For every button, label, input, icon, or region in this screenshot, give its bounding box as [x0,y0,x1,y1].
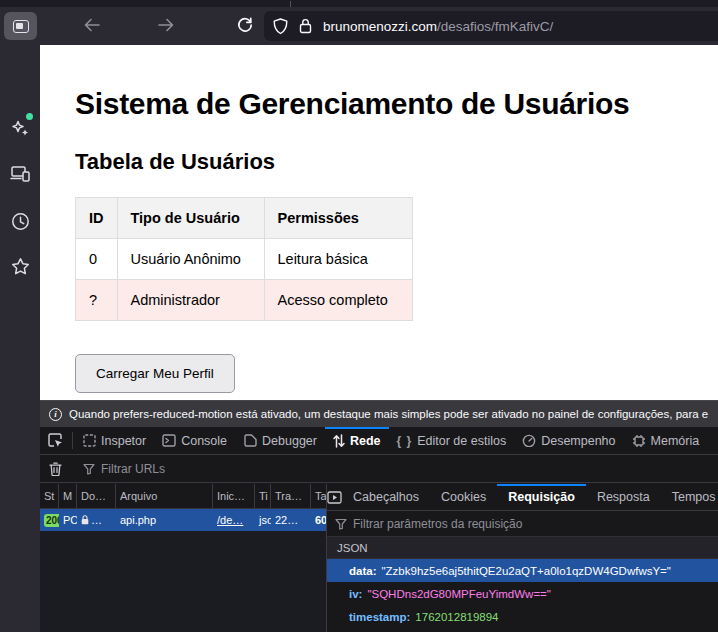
lock-icon [81,515,89,525]
resend-request-button[interactable] [327,484,342,510]
back-arrow-icon [84,18,100,32]
shield-icon[interactable] [273,18,288,35]
history-button[interactable] [0,204,40,238]
load-profile-button[interactable]: Carregar Meu Perfil [75,354,235,393]
request-initiator-link[interactable]: /de… [213,509,255,531]
params-filter-bar: Filtrar parâmetros da requisição [327,511,718,537]
param-key: iv: [349,588,362,600]
ai-chatbot-button[interactable] [0,111,40,145]
back-button[interactable] [78,11,106,39]
param-value: 1762012819894 [415,611,498,623]
param-value: "SQHDns2dG80MPFeuYimdWw==" [367,588,551,600]
tab-performance[interactable]: Desempenho [514,427,623,454]
param-key: data: [349,565,376,577]
users-table: ID Tipo de Usuário Permissões 0 Usuário … [75,197,413,321]
devtools-toolbar: Inspetor Console Debugger Rede { } Edito… [40,427,718,455]
request-row-selected[interactable]: 200 POST … api.php /de… json 22… 60 [40,509,326,531]
param-value: "Zzbk9hz5e6aj5thitQE2u2aQT+a0lo1qzDW4GDw… [381,565,670,577]
json-section-header[interactable]: JSON [327,537,718,559]
param-row-data[interactable]: data: "Zzbk9hz5e6aj5thitQE2u2aQT+a0lo1qz… [327,559,718,582]
tab-timings[interactable]: Tempos [661,484,718,510]
play-box-icon [327,491,342,504]
sparkle-icon [11,119,30,138]
cell-permissions: Acesso completo [264,280,412,321]
element-picker-button[interactable] [40,427,70,454]
tab-label: Rede [350,434,381,448]
request-transferred-cell: 22… [271,509,311,531]
column-method[interactable]: M [59,484,77,508]
request-list-panel: St M Do… Arquivo Inic… Ti Tra… Ta 200 PO… [40,484,327,632]
column-initiator[interactable]: Inic… [213,484,255,508]
network-body: St M Do… Arquivo Inic… Ti Tra… Ta 200 PO… [40,484,718,632]
tab-request[interactable]: Requisição [497,484,586,510]
page-title: Sistema de Gerenciamento de Usuários [75,87,718,121]
param-row-iv[interactable]: iv: "SQHDns2dG80MPFeuYimdWw==" [327,582,718,605]
bookmarks-button[interactable] [0,249,40,283]
element-picker-icon [48,433,63,448]
sidebar-icon [13,20,29,33]
column-file[interactable]: Arquivo [116,484,213,508]
network-filter-bar: Filtrar URLs [40,455,718,483]
request-file-cell: api.php [116,509,213,531]
filter-funnel-icon [335,518,347,530]
url-domain: brunomenozzi.com [323,19,437,34]
tab-response[interactable]: Resposta [586,484,661,510]
cell-permissions: Leitura básica [264,239,412,280]
synced-tabs-button[interactable] [0,157,40,191]
tab-label: Memória [651,434,700,448]
tab-label: Requisição [508,490,575,504]
param-row-timestamp[interactable]: timestamp: 1762012819894 [327,605,718,628]
tab-style-editor[interactable]: { } Editor de estilos [389,427,515,454]
details-tabs: Cabeçalhos Cookies Requisição Resposta T… [327,484,718,511]
browser-window: brunomenozzi.com/desafios/fmKafivC/ Sist… [0,0,718,632]
clear-requests-button[interactable] [40,462,70,476]
request-status-cell: 200 [40,509,59,531]
tab-label: Editor de estilos [417,434,506,448]
column-status[interactable]: St [40,484,59,508]
chip-icon [632,434,646,448]
tab-label: Desempenho [541,434,615,448]
status-badge: 200 [44,514,59,527]
column-type[interactable]: Ti [255,484,271,508]
browser-toolbar: brunomenozzi.com/desafios/fmKafivC/ [0,7,718,45]
column-transferred[interactable]: Tra… [271,484,311,508]
cell-user-type: Administrador [117,280,264,321]
devtools-panel: Inspetor Console Debugger Rede { } Edito… [40,427,718,632]
reload-button[interactable] [231,11,259,39]
clock-icon [11,212,30,231]
tab-label: Cabeçalhos [353,490,419,504]
devices-icon [10,165,30,183]
request-list-headers: St M Do… Arquivo Inic… Ti Tra… Ta [40,484,326,509]
tab-debugger[interactable]: Debugger [235,427,325,454]
tab-label: Debugger [262,434,317,448]
browser-sidebar [0,45,40,632]
url-path: /desafios/fmKafivC/ [437,19,553,34]
tab-headers[interactable]: Cabeçalhos [342,484,430,510]
tab-memory[interactable]: Memória [624,427,708,454]
request-list-empty-area [40,531,326,632]
tab-label: Resposta [597,490,650,504]
tab-network[interactable]: Rede [325,427,389,454]
sidebar-toggle-button[interactable] [4,12,37,40]
star-icon [11,257,30,276]
cell-id: 0 [76,239,118,280]
tab-inspector[interactable]: Inspetor [75,427,154,454]
column-domain[interactable]: Do… [77,484,116,508]
url-bar[interactable]: brunomenozzi.com/desafios/fmKafivC/ [264,11,718,41]
lock-icon[interactable] [299,18,312,34]
tab-console[interactable]: Console [154,427,235,454]
tab-label: Tempos [672,490,716,504]
url-text: brunomenozzi.com/desafios/fmKafivC/ [323,19,553,34]
filter-params-input[interactable]: Filtrar parâmetros da requisição [353,517,522,531]
filter-urls-input[interactable]: Filtrar URLs [101,462,165,476]
request-domain-text: … [91,514,102,526]
cell-id: ? [76,280,118,321]
request-details-panel: Cabeçalhos Cookies Requisição Resposta T… [327,484,718,632]
header-permissions: Permissões [264,198,412,239]
inspector-icon [83,434,96,447]
section-title: Tabela de Usuários [75,149,718,175]
column-size[interactable]: Ta [311,484,326,508]
tab-cookies[interactable]: Cookies [430,484,497,510]
cell-user-type: Usuário Anônimo [117,239,264,280]
forward-button[interactable] [152,11,180,39]
